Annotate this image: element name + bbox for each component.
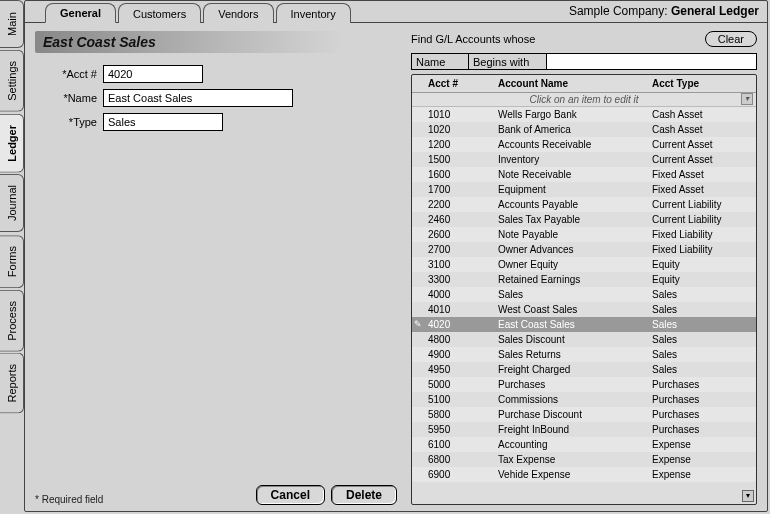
table-body: 1010Wells Fargo BankCash Asset1020Bank o…: [412, 107, 756, 504]
sidebar-tab-main[interactable]: Main: [0, 0, 24, 48]
sidebar-tabs: MainSettingsLedgerJournalFormsProcessRep…: [0, 0, 24, 514]
table-row[interactable]: 5800Purchase DiscountPurchases: [412, 407, 756, 422]
sidebar-tab-forms[interactable]: Forms: [0, 235, 24, 288]
table-row[interactable]: 4800Sales DiscountSales: [412, 332, 756, 347]
tab-inventory[interactable]: Inventory: [276, 3, 351, 23]
cell-name: Equipment: [498, 184, 652, 195]
scroll-down-icon[interactable]: ▾: [742, 490, 754, 502]
cell-name: Accounts Payable: [498, 199, 652, 210]
account-name-input[interactable]: [103, 89, 293, 107]
cell-acct: 4950: [428, 364, 498, 375]
table-row[interactable]: 2700Owner AdvancesFixed Liability: [412, 242, 756, 257]
company-title: Sample Company: General Ledger: [569, 4, 759, 18]
cell-acct: 5000: [428, 379, 498, 390]
acct-label: *Acct #: [35, 68, 103, 80]
cell-name: Commissions: [498, 394, 652, 405]
cell-type: Purchases: [652, 424, 752, 435]
filter-row: Name Begins with: [411, 53, 757, 70]
cell-acct: 2600: [428, 229, 498, 240]
table-row[interactable]: 6100AccountingExpense: [412, 437, 756, 452]
cell-acct: 3300: [428, 274, 498, 285]
table-row[interactable]: 1020Bank of AmericaCash Asset: [412, 122, 756, 137]
account-type-input[interactable]: [103, 113, 223, 131]
table-row[interactable]: 1500InventoryCurrent Asset: [412, 152, 756, 167]
clear-button[interactable]: Clear: [705, 31, 757, 47]
cell-acct: 6100: [428, 439, 498, 450]
cell-type: Current Asset: [652, 154, 752, 165]
table-row[interactable]: 1010Wells Fargo BankCash Asset: [412, 107, 756, 122]
content: East Coast Sales *Acct # *Name *Type * R…: [25, 23, 767, 511]
cell-type: Fixed Liability: [652, 244, 752, 255]
cell-name: Owner Equity: [498, 259, 652, 270]
sidebar-tab-ledger[interactable]: Ledger: [0, 114, 24, 173]
cell-type: Cash Asset: [652, 124, 752, 135]
cell-type: Current Liability: [652, 199, 752, 210]
sidebar-tab-journal[interactable]: Journal: [0, 174, 24, 232]
tab-general[interactable]: General: [45, 3, 116, 23]
cell-name: Tax Expense: [498, 454, 652, 465]
table-row[interactable]: 4010West Coast SalesSales: [412, 302, 756, 317]
accounts-table: Acct # Account Name Acct Type Click on a…: [411, 74, 757, 505]
cell-acct: 5100: [428, 394, 498, 405]
cell-name: West Coast Sales: [498, 304, 652, 315]
find-label: Find G/L Accounts whose: [411, 33, 535, 45]
acct-number-input[interactable]: [103, 65, 203, 83]
table-row[interactable]: 2200Accounts PayableCurrent Liability: [412, 197, 756, 212]
table-row[interactable]: 5950Freight InBoundPurchases: [412, 422, 756, 437]
cell-acct: 1200: [428, 139, 498, 150]
detail-form-panel: East Coast Sales *Acct # *Name *Type * R…: [25, 23, 407, 511]
table-row[interactable]: 4000SalesSales: [412, 287, 756, 302]
table-row[interactable]: 3300Retained EarningsEquity: [412, 272, 756, 287]
table-row[interactable]: 6900Vehide ExpenseExpense: [412, 467, 756, 482]
sidebar-tab-process[interactable]: Process: [0, 290, 24, 352]
cell-acct: 2200: [428, 199, 498, 210]
table-row[interactable]: 2460Sales Tax PayableCurrent Liability: [412, 212, 756, 227]
table-row[interactable]: 1200Accounts ReceivableCurrent Asset: [412, 137, 756, 152]
top-tabs: GeneralCustomersVendorsInventory: [45, 3, 351, 23]
cell-type: Purchases: [652, 409, 752, 420]
cell-type: Expense: [652, 439, 752, 450]
table-row[interactable]: 2600Note PayableFixed Liability: [412, 227, 756, 242]
header-name[interactable]: Account Name: [498, 78, 652, 89]
cell-type: Sales: [652, 289, 752, 300]
cell-acct: 6800: [428, 454, 498, 465]
table-row[interactable]: 4900Sales ReturnsSales: [412, 347, 756, 362]
cell-type: Sales: [652, 319, 752, 330]
header-type[interactable]: Acct Type: [652, 78, 752, 89]
sort-icon[interactable]: ▾: [741, 93, 753, 105]
table-row[interactable]: 5000PurchasesPurchases: [412, 377, 756, 392]
table-row[interactable]: 1600Note ReceivableFixed Asset: [412, 167, 756, 182]
cell-name: Retained Earnings: [498, 274, 652, 285]
filter-field-select[interactable]: Name: [411, 53, 469, 70]
name-label: *Name: [35, 92, 103, 104]
cell-acct: 2460: [428, 214, 498, 225]
table-row[interactable]: ✎4020East Coast SalesSales: [412, 317, 756, 332]
header-acct[interactable]: Acct #: [428, 78, 498, 89]
cell-type: Sales: [652, 364, 752, 375]
table-row[interactable]: 5100CommissionsPurchases: [412, 392, 756, 407]
cell-acct: 1700: [428, 184, 498, 195]
sidebar-tab-settings[interactable]: Settings: [0, 50, 24, 112]
cell-name: Sales Returns: [498, 349, 652, 360]
table-row[interactable]: 6800Tax ExpenseExpense: [412, 452, 756, 467]
tab-customers[interactable]: Customers: [118, 3, 201, 23]
table-row[interactable]: 1700EquipmentFixed Asset: [412, 182, 756, 197]
cell-type: Sales: [652, 304, 752, 315]
table-row[interactable]: 4950Freight ChargedSales: [412, 362, 756, 377]
table-row[interactable]: 3100Owner EquityEquity: [412, 257, 756, 272]
delete-button[interactable]: Delete: [331, 485, 397, 505]
cell-type: Equity: [652, 274, 752, 285]
filter-op-select[interactable]: Begins with: [469, 53, 547, 70]
cell-name: Freight Charged: [498, 364, 652, 375]
cell-type: Purchases: [652, 379, 752, 390]
cell-name: Sales: [498, 289, 652, 300]
cell-acct: 5800: [428, 409, 498, 420]
cell-acct: 4900: [428, 349, 498, 360]
cell-acct: 1010: [428, 109, 498, 120]
sidebar-tab-reports[interactable]: Reports: [0, 353, 24, 414]
cancel-button[interactable]: Cancel: [256, 485, 325, 505]
filter-value-input[interactable]: [547, 53, 757, 70]
tab-vendors[interactable]: Vendors: [203, 3, 273, 23]
company-prefix: Sample Company:: [569, 4, 668, 18]
cell-acct: 4000: [428, 289, 498, 300]
